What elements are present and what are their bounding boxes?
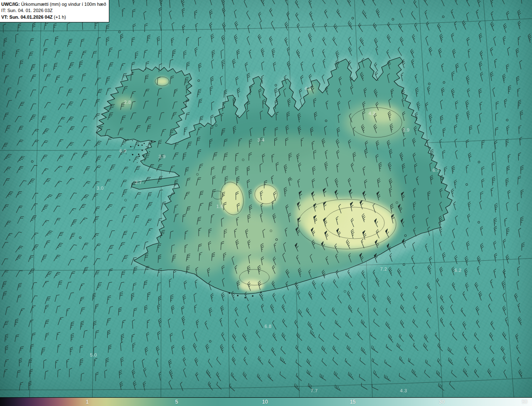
wind-barb-icon <box>80 87 86 96</box>
wind-barb-icon <box>454 180 458 188</box>
wind-barb-icon <box>66 308 70 316</box>
calm-wind-icon <box>392 18 394 20</box>
wind-barb-icon <box>17 155 25 164</box>
wind-barb-icon <box>441 88 445 96</box>
wind-barb-icon <box>372 23 379 32</box>
wind-barb-icon <box>2 203 9 212</box>
wind-barb-icon <box>480 243 485 252</box>
wind-barb-icon <box>436 358 444 367</box>
wind-barb-icon <box>19 382 23 391</box>
wind-barb-icon <box>466 0 472 6</box>
wind-barb-icon <box>298 37 304 46</box>
wind-barb-icon <box>287 61 292 70</box>
wind-barb-icon <box>272 49 276 58</box>
wind-barb-icon <box>30 215 37 223</box>
wind-barb-icon <box>426 320 433 328</box>
wind-barb-icon <box>490 321 497 330</box>
wind-barb-icon <box>261 304 266 313</box>
wind-barb-icon <box>426 308 433 317</box>
calm-wind-icon <box>429 83 431 85</box>
wind-barb-icon <box>28 358 32 367</box>
islet-dot <box>129 159 130 160</box>
wind-barb-icon <box>71 219 77 228</box>
wind-barb-icon <box>81 126 87 134</box>
wind-barb-icon <box>320 308 328 316</box>
wind-barb-icon <box>232 344 238 352</box>
wind-barb-icon <box>169 11 174 20</box>
wind-barb-icon <box>411 59 416 68</box>
wind-barb-icon <box>220 76 224 85</box>
wind-barb-icon <box>118 0 122 7</box>
wind-barb-icon <box>220 344 226 353</box>
wind-barb-icon <box>256 374 264 382</box>
wind-barb-icon <box>82 21 86 29</box>
wind-barb-icon <box>477 266 482 275</box>
wind-barb-icon <box>244 0 249 7</box>
wind-barb-icon <box>506 11 511 20</box>
wind-barb-icon <box>146 201 153 211</box>
wind-barb-icon <box>31 332 35 341</box>
wind-barb-icon <box>309 11 315 20</box>
wind-barb-icon <box>307 383 315 390</box>
wind-barb-icon <box>182 8 186 17</box>
wind-barb-icon <box>31 74 37 83</box>
contour-dot <box>125 199 127 201</box>
wind-barb-icon <box>259 319 265 328</box>
wind-barb-icon <box>209 0 214 5</box>
wind-barb-icon <box>440 100 444 110</box>
wind-barb-icon <box>411 11 418 20</box>
wind-barb-icon <box>337 295 344 303</box>
wind-barb-icon <box>312 63 318 72</box>
wind-barb-icon <box>521 0 525 4</box>
wind-barb-icon <box>494 218 497 226</box>
wind-barb-icon <box>332 345 340 354</box>
wind-barb-icon <box>451 370 458 377</box>
wind-barb-icon <box>96 60 100 68</box>
wind-barb-icon <box>20 59 24 69</box>
wind-barb-icon <box>195 47 199 56</box>
wind-barb-icon <box>195 23 200 32</box>
graticule-parallel <box>0 377 532 394</box>
wind-barb-icon <box>180 382 185 391</box>
wind-barb-icon <box>387 334 395 342</box>
wind-barb-icon <box>261 48 266 57</box>
islet-dot <box>138 144 139 146</box>
wind-barb-icon <box>308 291 315 300</box>
wind-barb-icon <box>147 227 153 237</box>
wind-barb-icon <box>502 74 507 83</box>
wind-barb-icon <box>58 231 64 240</box>
wind-barb-icon <box>348 318 355 326</box>
wind-barb-icon <box>70 347 73 355</box>
wind-barb-icon <box>387 296 393 304</box>
wind-barb-icon <box>42 140 48 148</box>
wind-barb-icon <box>249 50 254 59</box>
wind-barb-icon <box>517 267 521 276</box>
wind-barb-icon <box>5 345 8 353</box>
wind-barb-icon <box>388 0 395 4</box>
wind-barb-icon <box>479 201 484 209</box>
wind-barb-icon <box>487 369 494 377</box>
wind-barb-icon <box>69 292 74 301</box>
wind-barb-icon <box>66 177 74 186</box>
wind-barb-icon <box>122 230 128 240</box>
wind-barb-icon <box>282 295 288 303</box>
wind-barb-icon <box>94 270 99 279</box>
wind-barb-icon <box>170 294 173 302</box>
wind-barb-icon <box>468 49 472 58</box>
wind-barb-icon <box>133 9 135 17</box>
wind-barb-icon <box>508 154 511 163</box>
wind-barb-icon <box>311 48 316 56</box>
wind-barb-icon <box>323 59 328 68</box>
wind-barb-icon <box>192 343 200 352</box>
wind-barb-icon <box>473 333 481 341</box>
graticule-meridian <box>82 0 109 406</box>
wind-barb-icon <box>475 320 482 328</box>
wind-barb-icon <box>455 215 460 225</box>
wind-barb-icon <box>197 88 201 98</box>
wind-barb-icon <box>411 255 417 264</box>
wind-barb-icon <box>491 11 496 20</box>
wind-barb-icon <box>157 37 160 45</box>
wind-barb-icon <box>230 0 236 5</box>
wind-barb-icon <box>495 127 498 136</box>
wind-barb-icon <box>184 51 187 59</box>
